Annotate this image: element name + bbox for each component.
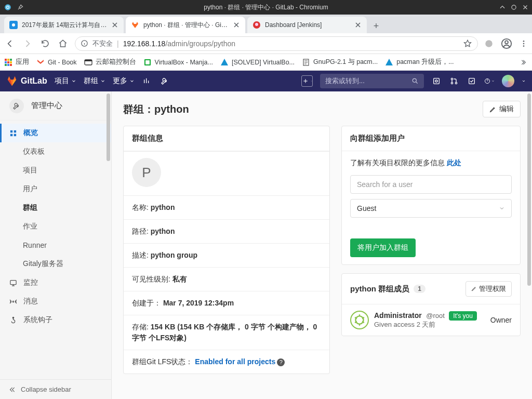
sidebar-item-jobs[interactable]: 作业 [0,217,111,236]
issues-icon[interactable] [431,76,442,86]
broadcast-icon [9,298,17,305]
sidebar-item-gitaly[interactable]: Gitaly服务器 [0,255,111,273]
close-icon[interactable] [354,21,362,29]
sidebar-item-messages[interactable]: 消息 [0,292,111,311]
member-access-text: Given access 2 天前 [374,320,485,329]
user-search-input[interactable] [350,175,512,194]
gitlab-icon [131,21,139,29]
edit-button[interactable]: 编辑 [483,101,521,117]
address-bar[interactable]: 不安全 | 192.168.1.18/admin/groups/python [75,36,478,51]
sidebar-item-users[interactable]: 用户 [0,180,111,198]
sidebar-item-groups[interactable]: 群组 [0,198,111,217]
close-icon[interactable] [111,21,118,29]
collapse-sidebar-button[interactable]: Collapse sidebar [0,379,111,399]
sidebar-item-projects[interactable]: 项目 [0,161,111,180]
navbar-search[interactable]: 搜索或转到... [320,74,424,88]
chevron-down-icon [499,205,505,211]
svg-rect-18 [5,61,7,63]
bookmarks-bar: 应用 Git - Book 云邮箱控制台 VirtualBox - Manja.… [0,54,532,71]
close-icon[interactable] [233,21,240,29]
user-avatar[interactable] [502,75,514,87]
merge-requests-icon[interactable] [449,76,459,86]
nav-more[interactable]: 更多 [113,76,135,86]
svg-rect-38 [14,130,16,132]
svg-rect-30 [434,78,440,84]
window-minimize-icon[interactable] [499,4,506,11]
members-card: python 群组成员 1 管理权限 [341,273,521,336]
new-button[interactable]: ＋ [301,75,313,87]
manage-access-button[interactable]: 管理权限 [466,281,512,297]
home-button[interactable] [57,38,69,49]
scrollbar[interactable] [527,94,531,286]
window-maximize-icon[interactable] [510,4,517,11]
sidebar-item-overview[interactable]: 概览 [0,124,111,142]
svg-point-2 [7,6,9,8]
kebab-menu-icon[interactable] [520,39,528,48]
add-user-button[interactable]: 将用户加入群组 [350,238,416,257]
member-name[interactable]: Administrator [374,311,422,320]
bookmark-star-icon[interactable] [463,39,472,48]
wrench-icon [9,99,24,113]
pin-icon[interactable] [17,4,24,11]
new-tab-button[interactable]: + [369,19,383,33]
help-icon[interactable]: ? [277,358,285,366]
gitlab-logo[interactable]: GitLab [6,75,47,87]
bookmark-item[interactable]: [SOLVED] VirtualBo... [220,58,295,66]
svg-point-12 [523,41,525,42]
sidebar-header[interactable]: 管理中心 [0,91,111,121]
scrollbar[interactable] [107,94,110,161]
bookmark-item[interactable]: 云邮箱控制台 [84,58,136,66]
svg-rect-16 [7,59,9,61]
svg-point-32 [451,78,453,79]
info-row-desc: 描述: python group [124,243,329,267]
svg-point-3 [512,5,516,9]
apps-button[interactable]: 应用 [4,58,29,66]
member-role: Owner [490,316,512,324]
svg-rect-37 [10,130,12,132]
role-select[interactable]: Guest [350,199,512,218]
insecure-label: 不安全 [92,39,113,48]
svg-point-42 [12,301,14,302]
sidebar-item-hooks[interactable]: 系统钩子 [0,311,111,329]
activity-icon[interactable] [142,76,152,86]
svg-point-31 [435,80,437,82]
help-icon[interactable] [484,76,495,86]
svg-rect-40 [14,134,16,136]
browser-tabs: 2017年最新 14期云计算与自动... python · 群组 · 管理中心 … [0,15,532,33]
group-avatar: P [132,158,161,187]
back-button[interactable] [4,38,16,49]
globe-icon[interactable] [484,39,494,48]
svg-point-29 [413,78,416,82]
bookmark-item[interactable]: pacman 升级后，... [385,58,454,66]
browser-tab-active[interactable]: python · 群组 · 管理中心 · GitL... [126,17,245,33]
svg-point-34 [455,82,457,84]
chromium-icon [4,4,11,11]
todos-icon[interactable] [467,76,477,86]
jenkins-icon [252,21,261,29]
window-close-icon[interactable] [522,4,529,11]
bookmark-item[interactable]: Git - Book [36,58,77,66]
nav-projects[interactable]: 项目 [55,76,76,86]
info-row-name: 名称: python [124,195,329,219]
bookmarks-overflow-icon[interactable] [521,59,528,66]
forward-button[interactable] [22,38,33,49]
bookmark-item[interactable]: GnuPG-2.1 与 pacm... [302,58,378,66]
profile-icon[interactable] [501,38,512,49]
sidebar-item-runner[interactable]: Runner [0,236,111,255]
permissions-link[interactable]: 此处 [447,158,461,167]
window-title: python · 群组 · 管理中心 · GitLab - Chromium [204,3,328,12]
chevron-down-icon[interactable] [522,79,526,83]
wrench-icon[interactable] [159,76,170,86]
browser-tab[interactable]: 2017年最新 14期云计算与自动... [4,17,124,33]
browser-toolbar: 不安全 | 192.168.1.18/admin/groups/python [0,33,532,54]
pencil-icon [471,286,477,291]
sidebar-item-monitoring[interactable]: 监控 [0,273,111,292]
group-info-card: 群组信息 P 名称: python 路径: python 描述: python … [123,126,330,374]
nav-groups[interactable]: 群组 [84,76,105,86]
card-header: 向群组添加用户 [342,126,520,151]
info-row-visibility: 可见性级别: 私有 [124,267,329,291]
browser-tab[interactable]: Dashboard [Jenkins] [247,17,367,33]
bookmark-item[interactable]: VirtualBox - Manja... [143,58,213,66]
sidebar-item-dashboard[interactable]: 仪表板 [0,142,111,161]
reload-button[interactable] [39,38,51,49]
